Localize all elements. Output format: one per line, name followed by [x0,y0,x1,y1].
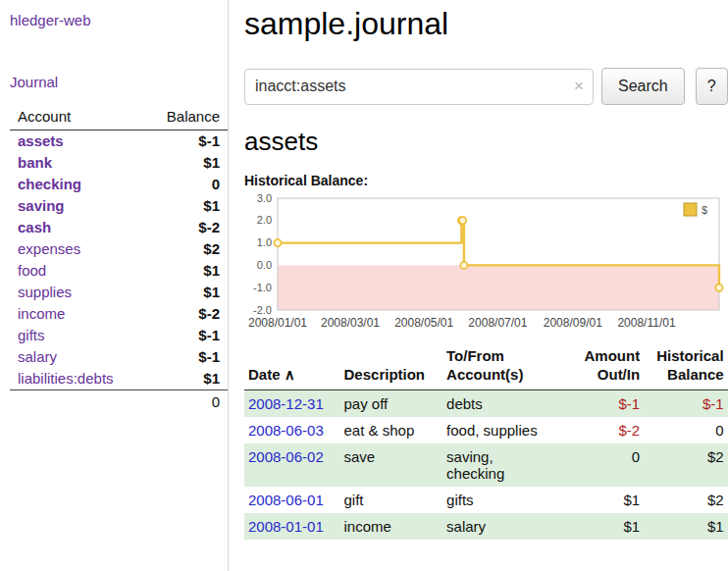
transaction-amount: $1 [573,513,644,540]
transaction-description: gift [340,487,443,513]
balance-chart-svg: 3.02.01.00.0-1.0-2.02008/01/012008/03/01… [244,192,727,341]
transaction-date-link[interactable]: 2008-12-31 [248,395,324,412]
clear-search-icon[interactable]: × [574,77,584,96]
account-row-expenses: expenses $2 [10,238,228,260]
header-amount-line1: Amount [584,347,640,364]
app-title: hledger-web [10,12,228,28]
account-link-supplies[interactable]: supplies [18,284,72,300]
transaction-accounts: saving, checking [442,443,573,487]
transaction-balance: $1 [644,513,727,540]
register-header-row: Date ∧ Description To/From Account(s) Am… [244,345,728,389]
svg-text:2008/01/01: 2008/01/01 [248,316,307,330]
header-accounts-line1: To/From [446,347,504,364]
accounts-table: Account Balance assets $-1 bank $1 check… [10,106,228,413]
account-row-income: income $-2 [10,303,228,325]
account-row-bank: bank $1 [10,152,228,174]
account-row-saving: saving $1 [10,195,228,217]
account-link-food[interactable]: food [18,262,46,279]
account-row-gifts: gifts $-1 [10,325,228,346]
svg-text:2.0: 2.0 [257,214,272,226]
journal-link[interactable]: Journal [10,74,58,90]
chart-title: Historical Balance: [244,173,728,188]
transaction-row: 2008-01-01 income salary $1 $1 [244,513,728,540]
header-date[interactable]: Date ∧ [244,345,340,389]
accounts-header-account: Account [10,106,144,130]
account-balance-expenses: $2 [144,238,228,260]
transaction-accounts: debts [442,389,573,417]
header-balance-line1: Historical [656,347,723,364]
account-balance-liabilities-debts: $1 [144,368,228,390]
svg-text:$: $ [702,204,707,216]
search-input[interactable] [244,69,594,105]
account-row-checking: checking 0 [10,174,228,195]
account-balance-saving: $1 [144,195,228,217]
account-link-gifts[interactable]: gifts [18,327,45,343]
transaction-description: pay off [340,389,443,417]
transaction-date-link[interactable]: 2008-06-03 [248,422,324,439]
header-amount-line2: Out/In [598,366,640,383]
account-balance-bank: $1 [144,152,228,174]
header-accounts-line2: Account(s) [446,366,523,383]
transaction-balance: $2 [644,487,727,513]
transaction-date-link[interactable]: 2008-06-02 [248,448,324,465]
svg-text:2008/07/01: 2008/07/01 [468,316,527,330]
help-button[interactable]: ? [696,68,728,105]
search-box: × [244,69,594,105]
accounts-total-value: 0 [144,390,228,414]
account-link-salary[interactable]: salary [18,348,57,365]
account-row-food: food $1 [10,260,228,282]
transaction-amount: $-2 [573,417,644,443]
account-link-bank[interactable]: bank [18,154,52,171]
transaction-row: 2008-06-03 eat & shop food, supplies $-2… [244,417,728,443]
account-link-cash[interactable]: cash [18,219,51,235]
transaction-date-link[interactable]: 2008-01-01 [248,518,324,535]
transaction-balance: 0 [644,417,727,443]
app-title-link[interactable]: hledger-web [10,12,91,28]
transaction-amount: $-1 [573,389,644,417]
account-balance-income: $-2 [144,303,228,325]
account-balance-supplies: $1 [144,282,228,303]
search-button[interactable]: Search [601,68,685,105]
account-balance-food: $1 [144,260,228,282]
transaction-accounts: food, supplies [442,417,573,443]
svg-text:1.0: 1.0 [257,236,272,248]
account-link-income[interactable]: income [18,305,65,322]
accounts-header-balance: Balance [144,106,228,130]
sidebar: hledger-web Journal Account Balance asse… [0,0,229,571]
accounts-header-row: Account Balance [10,106,228,130]
account-row-assets: assets $-1 [10,130,228,153]
transaction-row: 2008-06-02 save saving, checking 0 $2 [244,443,728,487]
search-form: × Search ? [244,68,728,105]
transaction-date-link[interactable]: 2008-06-01 [248,492,324,508]
account-link-liabilities-debts[interactable]: liabilities:debts [18,370,114,387]
svg-text:2008/03/01: 2008/03/01 [321,316,380,330]
transaction-accounts: salary [442,513,573,540]
account-row-liabilities-debts: liabilities:debts $1 [10,368,228,390]
svg-text:3.0: 3.0 [257,192,272,204]
sort-asc-icon[interactable]: ∧ [285,366,295,383]
account-link-assets[interactable]: assets [18,132,64,149]
transaction-balance: $-1 [644,389,727,417]
svg-text:2008/09/01: 2008/09/01 [544,316,602,330]
header-description: Description [340,345,443,389]
account-link-checking[interactable]: checking [18,176,81,192]
account-heading: assets [244,127,728,157]
transaction-row: 2008-06-01 gift gifts $1 $2 [244,487,728,513]
transaction-amount: $1 [573,487,644,513]
main-content: sample.journal × Search ? assets Histori… [229,0,728,571]
account-link-saving[interactable]: saving [18,197,65,214]
page-title: sample.journal [244,6,728,42]
svg-text:2008/11/01: 2008/11/01 [617,316,675,330]
account-link-expenses[interactable]: expenses [18,240,80,257]
header-balance: Historical Balance [644,345,727,389]
transaction-description: income [340,513,443,540]
register-table: Date ∧ Description To/From Account(s) Am… [244,345,728,540]
svg-text:0.0: 0.0 [257,259,272,271]
svg-text:-1.0: -1.0 [253,282,272,293]
svg-text:-2.0: -2.0 [253,304,272,316]
transaction-balance: $2 [644,443,727,487]
account-balance-cash: $-2 [144,217,228,238]
account-balance-salary: $-1 [144,346,228,368]
svg-text:2008/05/01: 2008/05/01 [394,316,453,330]
app-window: hledger-web Journal Account Balance asse… [0,0,728,571]
